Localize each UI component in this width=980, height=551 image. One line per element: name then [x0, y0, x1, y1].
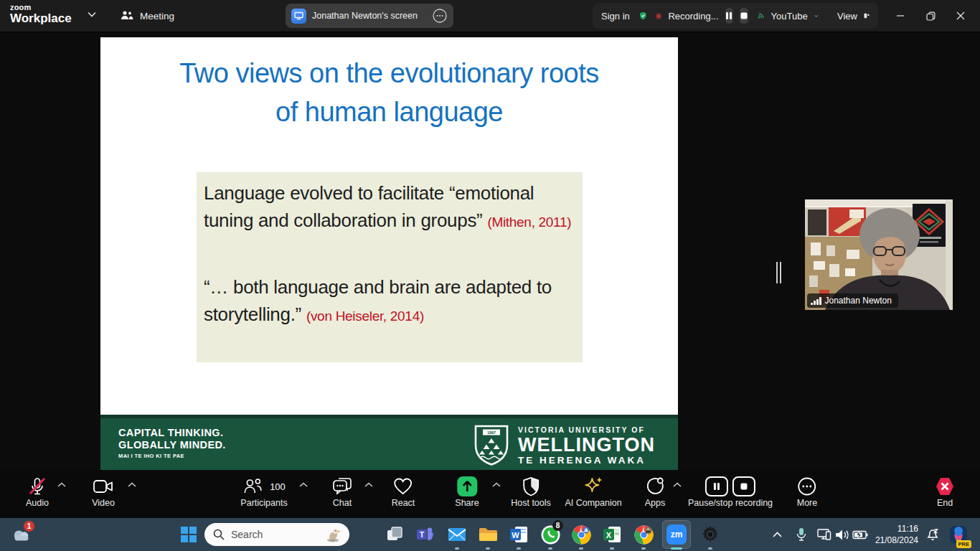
end-meeting-button[interactable]: End: [934, 476, 956, 508]
teams-app-icon[interactable]: T: [415, 524, 435, 545]
minimize-button[interactable]: [885, 0, 915, 32]
participants-count: 100: [270, 481, 286, 492]
word-icon: W: [509, 526, 528, 543]
titlebar-status-cluster: Sign in Recording... YouTube View: [593, 3, 878, 29]
apps-button[interactable]: Apps: [645, 476, 666, 508]
youtube-stream-label[interactable]: YouTube: [771, 11, 808, 22]
audio-button[interactable]: Audio: [26, 476, 49, 508]
people-icon: [121, 10, 133, 22]
citation-1: (Mithen, 2011): [487, 215, 571, 230]
chat-bubble-icon: [331, 476, 353, 496]
tray-date: 21/08/2024: [875, 534, 918, 546]
search-icon: [213, 529, 225, 540]
tab-meeting[interactable]: Meeting: [115, 6, 180, 26]
pause-recording-button[interactable]: [705, 476, 728, 496]
windows-logo-icon: [180, 526, 197, 543]
share-button[interactable]: Share: [455, 476, 479, 508]
weather-widget[interactable]: 1: [11, 524, 32, 545]
panel-drag-handle[interactable]: [776, 262, 783, 283]
recording-status-label: Recording...: [668, 11, 718, 22]
svg-text:X: X: [606, 531, 612, 540]
view-layout-icon[interactable]: [864, 11, 870, 21]
chat-options-chevron[interactable]: [364, 482, 373, 488]
speaker-icon: [835, 529, 849, 541]
university-logo: 1897 VICTORIA UNIVERSITY OF WELLINGTON T…: [473, 425, 655, 466]
university-logo-text: VICTORIA UNIVERSITY OF WELLINGTON TE HER…: [518, 425, 655, 466]
heart-icon: [393, 477, 413, 496]
task-view-button[interactable]: [385, 524, 405, 545]
video-options-chevron[interactable]: [128, 482, 136, 488]
whatsapp-badge: 8: [552, 520, 563, 531]
chrome-profile-app-icon[interactable]: [633, 524, 654, 545]
start-button[interactable]: [179, 524, 199, 545]
footer-tagline: CAPITAL THINKING. GLOBALLY MINDED. MAI I…: [118, 427, 226, 459]
taskbar-search[interactable]: Search: [204, 523, 349, 546]
participant-name-tag: Jonathan Newton: [807, 293, 898, 308]
participants-button[interactable]: 100 Participants: [240, 476, 287, 508]
word-app-icon[interactable]: W: [509, 524, 529, 545]
stop-icon: [740, 483, 748, 490]
meeting-tab-label: Meeting: [140, 11, 174, 22]
notifications-button[interactable]: [923, 524, 943, 545]
settings-app-icon[interactable]: [700, 524, 720, 545]
react-button[interactable]: React: [392, 476, 415, 508]
mail-app-icon[interactable]: [447, 524, 467, 545]
tab-shared-screen[interactable]: Jonathan Newton's screen: [286, 4, 453, 28]
battery-charging-icon: [852, 530, 868, 540]
quote-box: Language evolved to facilitate “emotiona…: [197, 172, 583, 362]
zoom-icon: zm: [666, 524, 687, 545]
excel-app-icon[interactable]: X: [602, 524, 622, 545]
security-shield-icon[interactable]: [639, 8, 647, 24]
video-button[interactable]: Video: [92, 476, 115, 508]
tray-battery-indicator[interactable]: [850, 524, 870, 545]
task-view-icon: [386, 526, 403, 543]
tray-microphone-indicator[interactable]: [791, 524, 811, 545]
stop-recording-button[interactable]: [732, 476, 755, 496]
chat-button[interactable]: Chat: [331, 476, 353, 508]
sign-in-button[interactable]: Sign in: [601, 11, 630, 22]
bell-sleep-icon: [925, 527, 940, 542]
end-call-icon: [934, 476, 956, 496]
audio-options-chevron[interactable]: [57, 482, 66, 488]
participants-options-chevron[interactable]: [299, 482, 308, 488]
microphone-muted-icon: [27, 476, 48, 497]
share-options-chevron[interactable]: [492, 482, 501, 488]
tray-volume-indicator[interactable]: [832, 524, 852, 545]
screen-share-icon: [291, 9, 306, 24]
copilot-pre-badge: PRE: [956, 540, 971, 548]
tray-time: 11:16: [875, 523, 918, 534]
whatsapp-app-icon[interactable]: 8: [540, 524, 560, 545]
chevron-down-icon[interactable]: [88, 11, 96, 17]
share-screen-icon: [456, 476, 478, 497]
ai-sparkle-icon: [583, 476, 604, 497]
taskbar-clock[interactable]: 11:16 21/08/2024: [875, 523, 918, 546]
vuw-shield-icon: 1897: [473, 425, 509, 466]
tray-expand-button[interactable]: [767, 524, 787, 545]
copilot-button[interactable]: PRE: [948, 524, 969, 545]
window-controls: [885, 0, 976, 32]
zoom-workplace-logo[interactable]: zoom Workplace: [10, 3, 72, 26]
zoom-app-icon[interactable]: zm: [666, 524, 687, 545]
participant-video-tile[interactable]: Jonathan Newton: [805, 199, 953, 310]
windows-taskbar: 1 Search: [0, 518, 980, 551]
folder-icon: [479, 527, 498, 542]
more-options-icon[interactable]: [432, 8, 448, 24]
host-tools-button[interactable]: Host tools: [511, 476, 551, 508]
ai-companion-button[interactable]: AI Companion: [565, 476, 621, 508]
close-button[interactable]: [946, 0, 976, 32]
maximize-button[interactable]: [915, 0, 946, 32]
pause-recording-icon[interactable]: [725, 8, 734, 24]
search-highlight-bird-icon[interactable]: [325, 527, 342, 542]
apps-options-chevron[interactable]: [673, 482, 682, 488]
live-stream-icon: [758, 10, 765, 22]
chevron-up-icon: [773, 532, 782, 537]
stop-recording-icon[interactable]: [740, 8, 748, 24]
pause-icon: [713, 482, 720, 491]
tray-cast-indicator[interactable]: [814, 524, 834, 545]
view-button[interactable]: View: [837, 11, 857, 22]
chrome-app-icon[interactable]: [571, 524, 591, 545]
more-button[interactable]: More: [797, 476, 817, 508]
file-explorer-icon[interactable]: [478, 524, 498, 545]
chevron-down-icon[interactable]: [814, 14, 818, 19]
shield-icon: [522, 476, 540, 496]
